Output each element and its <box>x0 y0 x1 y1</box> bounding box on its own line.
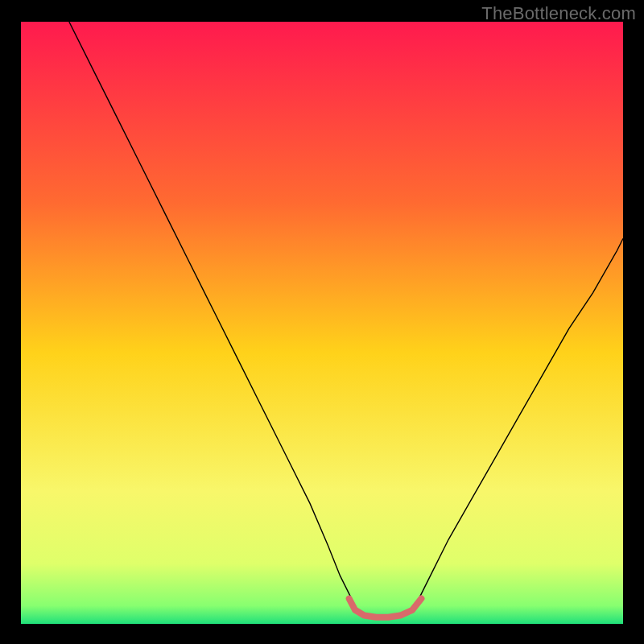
chart-plot-area <box>21 22 623 624</box>
chart-background <box>21 22 623 624</box>
chart-frame: TheBottleneck.com <box>0 0 644 644</box>
chart-svg <box>21 22 623 624</box>
